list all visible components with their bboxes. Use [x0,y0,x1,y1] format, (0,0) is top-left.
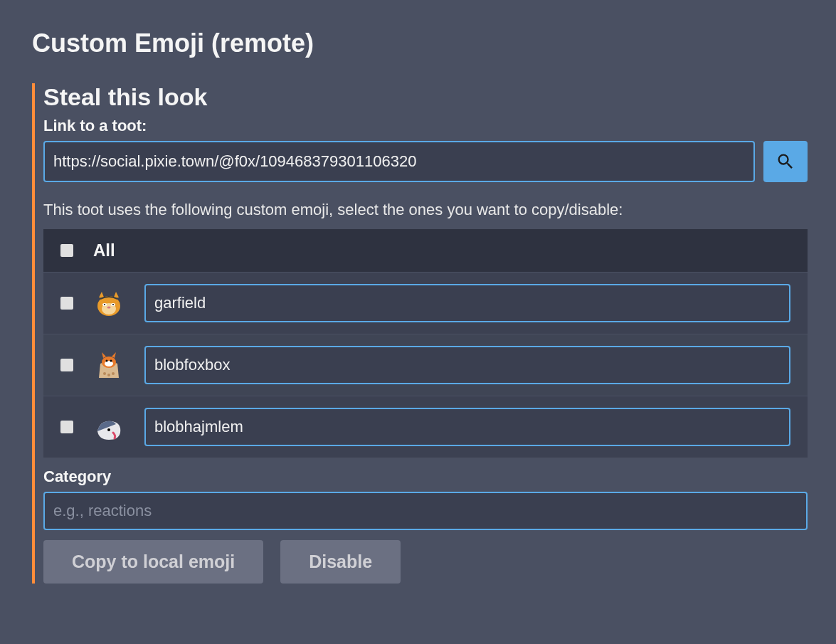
link-label: Link to a toot: [43,117,808,135]
toot-link-input[interactable] [43,141,755,182]
emoji-name-input[interactable] [144,284,790,322]
row-checkbox[interactable] [60,297,73,310]
emoji-name-input[interactable] [144,346,790,384]
svg-point-13 [112,372,115,375]
table-row [43,396,808,458]
svg-point-5 [112,304,114,305]
table-row [43,334,808,396]
table-header: All [43,229,808,272]
row-checkbox[interactable] [60,421,73,433]
svg-point-11 [103,372,106,375]
category-input[interactable] [43,492,808,530]
garfield-icon [93,287,125,319]
search-icon [776,152,795,171]
page-title: Custom Emoji (remote) [32,28,808,58]
blobfoxbox-icon [93,349,125,381]
all-label: All [93,241,115,260]
blobhajmlem-icon [93,411,125,443]
svg-point-8 [105,361,113,366]
svg-point-14 [107,428,110,431]
search-button[interactable] [763,141,808,182]
table-row [43,272,808,334]
steal-look-panel: Steal this look Link to a toot: This too… [32,83,808,584]
svg-point-12 [107,374,110,376]
category-label: Category [43,468,808,486]
svg-point-9 [106,360,108,362]
row-checkbox[interactable] [60,359,73,371]
svg-point-6 [107,307,111,309]
disable-button[interactable]: Disable [280,540,401,584]
emoji-name-input[interactable] [144,408,790,446]
svg-point-10 [110,360,112,362]
copy-to-local-button[interactable]: Copy to local emoji [43,540,263,584]
select-all-checkbox[interactable] [60,244,73,257]
section-title: Steal this look [43,83,808,111]
hint-text: This toot uses the following custom emoj… [43,201,808,219]
emoji-table: All [43,229,808,458]
search-row [43,141,808,182]
button-row: Copy to local emoji Disable [43,540,808,584]
svg-point-4 [104,304,105,305]
